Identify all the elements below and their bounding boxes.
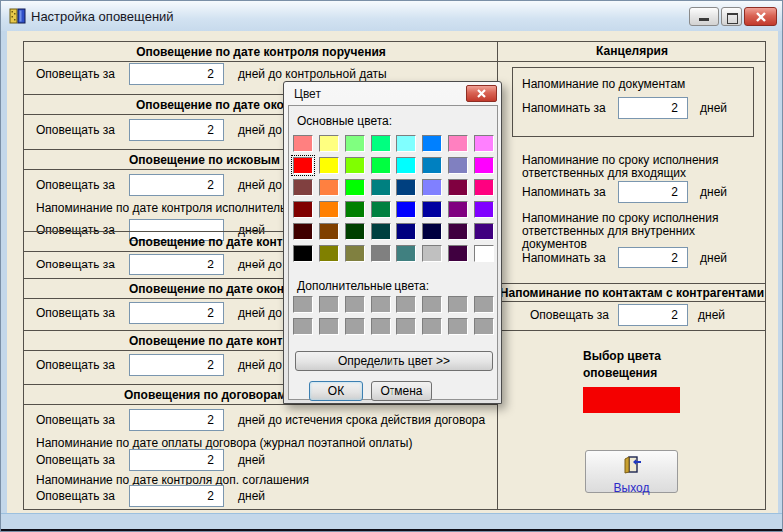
- custom-color-swatch[interactable]: [474, 318, 494, 335]
- minimize-icon: [699, 18, 709, 21]
- color-swatch[interactable]: [396, 223, 416, 240]
- color-swatch-selected[interactable]: [293, 157, 313, 174]
- titlebar[interactable]: Настройка оповещений: [1, 1, 782, 31]
- row-suffix: дней: [238, 489, 265, 503]
- color-swatch[interactable]: [474, 201, 494, 218]
- days-input-dop-soglashenie[interactable]: [129, 485, 224, 507]
- days-input-okonchanie-1[interactable]: [129, 119, 224, 141]
- custom-color-swatch[interactable]: [422, 296, 442, 313]
- row-suffix: дней до: [238, 123, 282, 137]
- color-swatch[interactable]: [293, 223, 313, 240]
- color-dialog-close-button[interactable]: [466, 85, 497, 102]
- color-swatch[interactable]: [319, 223, 339, 240]
- color-swatch[interactable]: [319, 179, 339, 196]
- minimize-button[interactable]: [689, 7, 719, 26]
- days-input-iskovye[interactable]: [129, 174, 224, 196]
- custom-color-swatch[interactable]: [371, 296, 391, 313]
- days-input-kontrol-1[interactable]: [129, 254, 224, 275]
- color-swatch[interactable]: [396, 179, 416, 196]
- color-swatch[interactable]: [319, 135, 339, 152]
- color-swatch[interactable]: [371, 179, 391, 196]
- color-select-label-line2: оповещения: [583, 366, 657, 380]
- color-swatch[interactable]: [422, 157, 442, 174]
- color-swatch[interactable]: [371, 201, 391, 218]
- color-swatch[interactable]: [371, 245, 391, 262]
- selected-notification-color[interactable]: [583, 387, 680, 413]
- color-swatch[interactable]: [396, 201, 416, 218]
- ok-button[interactable]: ОК: [309, 381, 363, 401]
- custom-color-swatch[interactable]: [396, 318, 416, 335]
- color-swatch[interactable]: [448, 179, 468, 196]
- days-input-okonchanie-2[interactable]: [129, 302, 224, 324]
- color-swatch[interactable]: [396, 157, 416, 174]
- color-swatch[interactable]: [293, 201, 313, 218]
- internal-reminder-line3: документов: [522, 237, 587, 251]
- custom-color-swatch[interactable]: [345, 296, 365, 313]
- color-swatch[interactable]: [345, 223, 365, 240]
- color-swatch[interactable]: [448, 245, 468, 262]
- custom-color-swatch[interactable]: [474, 296, 494, 313]
- days-input-docs[interactable]: [618, 97, 688, 119]
- color-swatch[interactable]: [293, 245, 313, 262]
- color-swatch[interactable]: [422, 245, 442, 262]
- color-swatch[interactable]: [319, 201, 339, 218]
- right-divider: [498, 330, 766, 331]
- color-swatch[interactable]: [293, 135, 313, 152]
- days-input-incoming[interactable]: [618, 181, 688, 203]
- days-input-dogovor-expiry[interactable]: [129, 409, 224, 431]
- close-icon: [477, 89, 486, 98]
- color-swatch[interactable]: [371, 157, 391, 174]
- color-swatch[interactable]: [422, 201, 442, 218]
- basic-colors-grid: [293, 135, 494, 262]
- close-icon: [756, 12, 766, 22]
- color-swatch[interactable]: [448, 157, 468, 174]
- color-swatch[interactable]: [371, 223, 391, 240]
- color-swatch[interactable]: [319, 245, 339, 262]
- custom-color-swatch[interactable]: [371, 318, 391, 335]
- close-button[interactable]: [744, 7, 777, 26]
- color-swatch[interactable]: [448, 135, 468, 152]
- color-swatch[interactable]: [293, 179, 313, 196]
- maximize-icon: [727, 13, 738, 24]
- color-swatch[interactable]: [474, 157, 494, 174]
- color-swatch[interactable]: [474, 223, 494, 240]
- color-swatch[interactable]: [474, 179, 494, 196]
- custom-color-swatch[interactable]: [293, 318, 313, 335]
- color-swatch[interactable]: [345, 201, 365, 218]
- color-swatch[interactable]: [422, 135, 442, 152]
- color-swatch[interactable]: [396, 245, 416, 262]
- custom-color-swatch[interactable]: [448, 318, 468, 335]
- days-input-contacts[interactable]: [618, 304, 688, 326]
- custom-color-swatch[interactable]: [396, 296, 416, 313]
- custom-color-swatch[interactable]: [448, 296, 468, 313]
- color-swatch[interactable]: [448, 201, 468, 218]
- days-input-poruchenie-control[interactable]: [129, 63, 224, 85]
- color-swatch[interactable]: [422, 223, 442, 240]
- custom-color-swatch[interactable]: [319, 318, 339, 335]
- days-input-dogovor-payment[interactable]: [129, 449, 224, 471]
- color-swatch[interactable]: [319, 157, 339, 174]
- custom-color-swatch[interactable]: [422, 318, 442, 335]
- days-input-internal[interactable]: [618, 247, 688, 268]
- exit-button[interactable]: Выход: [585, 450, 678, 493]
- row-label: Оповещать за: [36, 489, 115, 503]
- maximize-button[interactable]: [721, 7, 742, 26]
- color-swatch[interactable]: [345, 135, 365, 152]
- color-swatch[interactable]: [448, 223, 468, 240]
- color-swatch[interactable]: [422, 179, 442, 196]
- days-input-kontrol-2[interactable]: [129, 354, 224, 376]
- row-label: Оповещать за: [36, 258, 115, 271]
- color-swatch[interactable]: [345, 179, 365, 196]
- color-swatch[interactable]: [474, 245, 494, 262]
- color-swatch[interactable]: [396, 135, 416, 152]
- color-swatch[interactable]: [345, 157, 365, 174]
- color-swatch[interactable]: [474, 135, 494, 152]
- define-custom-color-button[interactable]: Определить цвет >>: [295, 351, 493, 371]
- custom-color-swatch[interactable]: [319, 296, 339, 313]
- exit-button-label: Выход: [586, 481, 677, 495]
- cancel-button[interactable]: Отмена: [371, 381, 432, 401]
- color-swatch[interactable]: [345, 245, 365, 262]
- custom-color-swatch[interactable]: [293, 296, 313, 313]
- custom-color-swatch[interactable]: [345, 318, 365, 335]
- color-swatch[interactable]: [371, 135, 391, 152]
